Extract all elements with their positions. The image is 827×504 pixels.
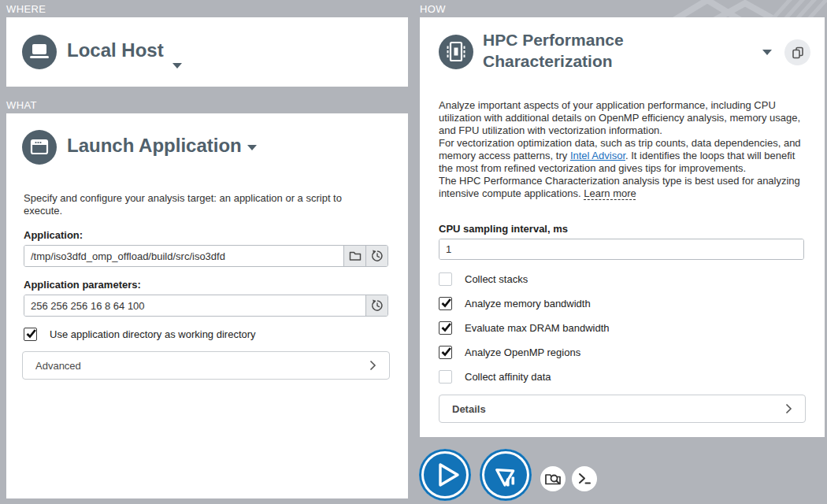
dram-bandwidth-label[interactable]: Evaluate max DRAM bandwidth — [465, 322, 610, 334]
local-host-icon — [22, 35, 57, 69]
collect-stacks-label[interactable]: Collect stacks — [465, 273, 528, 285]
checkmark-icon — [24, 327, 38, 340]
dram-bandwidth-checkbox[interactable] — [439, 321, 452, 335]
sampling-interval-group — [439, 239, 804, 260]
folder-icon — [348, 249, 362, 263]
analysis-description: Analyze important aspects of your applic… — [439, 99, 807, 200]
application-input[interactable] — [24, 246, 343, 266]
parameters-input[interactable] — [24, 295, 365, 316]
what-intro-text: Specify and configure your analysis targ… — [24, 192, 378, 217]
working-dir-checkbox-label[interactable]: Use application directory as working dir… — [50, 328, 256, 340]
history-icon — [370, 249, 384, 263]
checkmark-icon — [439, 345, 453, 358]
checkmark-icon — [439, 296, 453, 309]
openmp-regions-row[interactable]: Analyze OpenMP regions — [439, 346, 580, 359]
open-result-button[interactable] — [540, 466, 566, 491]
launch-application-icon — [22, 130, 57, 165]
analysis-configuration-page: WHERE Local Host WHAT Launch Application… — [0, 0, 827, 504]
advanced-label: Advanced — [35, 360, 81, 372]
terminal-icon — [572, 466, 597, 491]
analysis-type-selector[interactable]: HPC Performance Characterization — [483, 29, 703, 72]
parameters-history-button[interactable] — [365, 295, 388, 316]
sampling-interval-label: CPU sampling interval, ms — [439, 223, 568, 235]
where-card: Local Host — [6, 17, 408, 87]
parameters-input-group — [24, 295, 388, 317]
laptop-icon — [22, 35, 57, 69]
how-section-label: HOW — [420, 3, 446, 15]
chevron-down-icon[interactable] — [762, 50, 772, 55]
sampling-interval-input[interactable] — [439, 239, 803, 259]
application-history-button[interactable] — [365, 246, 388, 266]
parameters-label: Application parameters: — [24, 279, 141, 291]
application-input-group — [24, 245, 388, 267]
affinity-data-row[interactable]: Collect affinity data — [439, 370, 551, 384]
checkmark-icon — [439, 321, 453, 334]
chevron-down-icon[interactable] — [172, 63, 182, 69]
learn-more-link[interactable]: Learn more — [584, 187, 636, 199]
intel-advisor-link[interactable]: Intel Advisor — [570, 150, 625, 161]
dram-bandwidth-row[interactable]: Evaluate max DRAM bandwidth — [439, 321, 610, 335]
application-label: Application: — [24, 229, 83, 241]
openmp-regions-label[interactable]: Analyze OpenMP regions — [465, 346, 580, 358]
chevron-down-icon[interactable] — [247, 145, 257, 150]
what-target-type-selector[interactable]: Launch Application — [67, 135, 242, 157]
advanced-expander[interactable]: Advanced — [22, 351, 390, 380]
copy-analysis-button[interactable] — [784, 39, 810, 65]
working-dir-checkbox-row[interactable]: Use application directory as working dir… — [24, 328, 256, 341]
what-card: Launch Application Specify and configure… — [6, 113, 408, 498]
command-line-button[interactable] — [572, 466, 597, 491]
memory-bandwidth-checkbox[interactable] — [439, 297, 452, 310]
collect-stacks-checkbox[interactable] — [439, 272, 452, 286]
history-icon — [370, 298, 384, 313]
working-dir-checkbox[interactable] — [24, 328, 37, 341]
play-icon — [419, 449, 471, 501]
start-button[interactable] — [419, 449, 471, 501]
start-paused-button[interactable] — [480, 449, 532, 501]
folder-search-icon — [540, 466, 566, 491]
memory-bandwidth-row[interactable]: Analyze memory bandwidth — [439, 297, 591, 310]
details-label: Details — [452, 403, 486, 415]
description-paragraph-2: For vectorization optimization data, suc… — [439, 137, 807, 175]
app-window-icon — [22, 130, 57, 165]
chevron-right-icon — [785, 403, 792, 414]
openmp-regions-checkbox[interactable] — [439, 346, 452, 359]
chip-icon — [439, 35, 473, 69]
play-pause-icon — [480, 449, 532, 501]
what-section-label: WHAT — [6, 99, 37, 111]
details-expander[interactable]: Details — [439, 395, 806, 423]
chevron-right-icon — [369, 360, 376, 371]
description-paragraph-3: The HPC Performance Characterization ana… — [439, 175, 807, 200]
browse-button[interactable] — [343, 246, 365, 266]
copy-icon — [790, 45, 806, 61]
how-card: HPC Performance Characterization Analyze… — [420, 17, 825, 437]
analysis-type-icon — [439, 35, 473, 69]
affinity-data-checkbox[interactable] — [439, 370, 452, 384]
affinity-data-label[interactable]: Collect affinity data — [465, 371, 551, 383]
where-target-selector[interactable]: Local Host — [67, 39, 164, 61]
where-section-label: WHERE — [6, 3, 46, 15]
description-paragraph-1: Analyze important aspects of your applic… — [439, 99, 807, 137]
memory-bandwidth-label[interactable]: Analyze memory bandwidth — [465, 298, 591, 309]
collect-stacks-row[interactable]: Collect stacks — [439, 272, 528, 286]
